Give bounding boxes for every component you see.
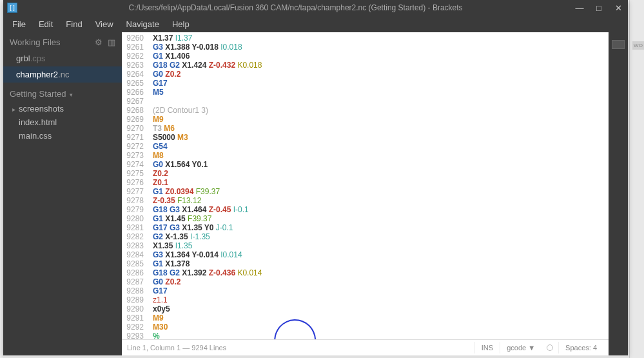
tree-label: main bbox=[19, 131, 37, 141]
line-number: 9285 bbox=[122, 259, 148, 268]
code-line[interactable]: 9282G2 X-1.35 I-1.35 bbox=[122, 232, 609, 241]
line-number: 9267 bbox=[122, 97, 148, 106]
window-controls: — □ ✕ bbox=[570, 0, 628, 15]
code-line[interactable]: 9278Z-0.35 F13.12 bbox=[122, 196, 609, 205]
code-content: G2 X-1.35 I-1.35 bbox=[148, 232, 210, 241]
code-line[interactable]: 9293% bbox=[122, 332, 609, 339]
line-number: 9292 bbox=[122, 323, 148, 332]
chevron-right-icon: ▸ bbox=[12, 106, 19, 113]
code-line[interactable]: 9265G17 bbox=[122, 79, 609, 88]
code-line[interactable]: 9280G1 X1.45 F39.37 bbox=[122, 214, 609, 223]
status-indicator-icon bbox=[547, 344, 553, 351]
live-preview-icon[interactable] bbox=[612, 40, 625, 49]
code-line[interactable]: 9273M8 bbox=[122, 151, 609, 160]
line-number: 9260 bbox=[122, 34, 148, 43]
code-line[interactable]: 9291M9 bbox=[122, 313, 609, 323]
code-line[interactable]: 9292M30 bbox=[122, 323, 609, 332]
code-line[interactable]: 9289z1.1 bbox=[122, 295, 609, 304]
line-number: 9273 bbox=[122, 151, 148, 160]
code-line[interactable]: 9288G17 bbox=[122, 286, 609, 295]
code-content: G0 Z0.2 bbox=[148, 277, 181, 286]
menu-file[interactable]: File bbox=[6, 17, 32, 31]
code-editor[interactable]: 9260X1.37 I1.379261G3 X1.388 Y-0.018 I0.… bbox=[122, 32, 609, 339]
status-ins[interactable]: INS bbox=[474, 342, 500, 353]
code-content: G3 X1.388 Y-0.018 I0.018 bbox=[148, 43, 242, 52]
code-content: G0 X1.564 Y0.1 bbox=[148, 160, 208, 169]
code-line[interactable]: 9261G3 X1.388 Y-0.018 I0.018 bbox=[122, 43, 609, 52]
code-line[interactable]: 9286G18 G2 X1.392 Z-0.436 K0.014 bbox=[122, 268, 609, 277]
line-number: 9275 bbox=[122, 169, 148, 178]
tree-screenshots[interactable]: ▸screenshots bbox=[3, 102, 122, 115]
line-number: 9288 bbox=[122, 286, 148, 295]
line-number: 9262 bbox=[122, 52, 148, 61]
code-line[interactable]: 9267 bbox=[122, 97, 609, 106]
menu-edit[interactable]: Edit bbox=[32, 17, 59, 31]
tree-main-css[interactable]: main.css bbox=[3, 129, 122, 143]
code-line[interactable]: 9263G18 G2 X1.424 Z-0.432 K0.018 bbox=[122, 61, 609, 70]
code-content: G17 bbox=[148, 79, 168, 88]
code-line[interactable]: 9276Z0.1 bbox=[122, 178, 609, 187]
working-file-champher2[interactable]: champher2.nc bbox=[3, 66, 122, 83]
code-line[interactable]: 9268(2D Contour1 3) bbox=[122, 106, 609, 115]
tree-index-html[interactable]: index.html bbox=[3, 115, 122, 129]
project-header[interactable]: Getting Started ▾ bbox=[3, 83, 122, 102]
line-number: 9264 bbox=[122, 70, 148, 79]
code-content: M9 bbox=[148, 115, 164, 124]
line-number: 9281 bbox=[122, 223, 148, 232]
split-icon[interactable]: ▥ bbox=[108, 37, 115, 47]
maximize-button[interactable]: □ bbox=[589, 0, 609, 15]
code-line[interactable]: 9281G17 G3 X1.35 Y0 J-0.1 bbox=[122, 223, 609, 232]
background-tab: WO bbox=[632, 41, 644, 50]
code-content: % bbox=[148, 332, 160, 339]
line-number: 9284 bbox=[122, 250, 148, 259]
code-line[interactable]: 9271S5000 M3 bbox=[122, 133, 609, 142]
code-line[interactable]: 9290x0y5 bbox=[122, 304, 609, 313]
status-position: Line 1, Column 1 — 9294 Lines bbox=[127, 344, 474, 352]
file-ext: .nc bbox=[58, 70, 69, 79]
code-line[interactable]: 9287G0 Z0.2 bbox=[122, 277, 609, 286]
code-line[interactable]: 9283X1.35 I1.35 bbox=[122, 241, 609, 250]
code-content: G1 Z0.0394 F39.37 bbox=[148, 187, 220, 196]
code-line[interactable]: 9274G0 X1.564 Y0.1 bbox=[122, 160, 609, 169]
statusbar: Line 1, Column 1 — 9294 Lines INS gcode … bbox=[122, 339, 609, 355]
code-content: G18 G2 X1.424 Z-0.432 K0.018 bbox=[148, 61, 262, 70]
line-number: 9287 bbox=[122, 277, 148, 286]
working-file-grbl[interactable]: grbl.cps bbox=[3, 50, 122, 66]
status-spaces[interactable]: Spaces: 4 bbox=[558, 342, 603, 353]
line-number: 9289 bbox=[122, 295, 148, 304]
code-line[interactable]: 9277G1 Z0.0394 F39.37 bbox=[122, 187, 609, 196]
code-line[interactable]: 9264G0 Z0.2 bbox=[122, 70, 609, 79]
close-button[interactable]: ✕ bbox=[609, 0, 628, 15]
code-line[interactable]: 9266M5 bbox=[122, 88, 609, 97]
status-language[interactable]: gcode ▼ bbox=[500, 342, 542, 353]
line-number: 9266 bbox=[122, 88, 148, 97]
tree-label: screenshots bbox=[19, 104, 64, 114]
gear-icon[interactable]: ⚙ bbox=[95, 37, 102, 47]
code-content: M30 bbox=[148, 323, 168, 332]
code-content: X1.37 I1.37 bbox=[148, 34, 192, 43]
code-line[interactable]: 9285G1 X1.378 bbox=[122, 259, 609, 268]
code-line[interactable]: 9279G18 G3 X1.464 Z-0.45 I-0.1 bbox=[122, 205, 609, 214]
line-number: 9280 bbox=[122, 214, 148, 223]
working-files-label: Working Files bbox=[10, 37, 61, 47]
code-line[interactable]: 9275Z0.2 bbox=[122, 169, 609, 178]
window-title: C:/Users/felip/AppData/Local/Fusion 360 … bbox=[21, 3, 570, 12]
menu-help[interactable]: Help bbox=[166, 17, 196, 31]
code-line[interactable]: 9272G54 bbox=[122, 142, 609, 151]
code-content: X1.35 I1.35 bbox=[148, 241, 192, 250]
code-line[interactable]: 9269M9 bbox=[122, 115, 609, 124]
code-content: M5 bbox=[148, 88, 164, 97]
code-line[interactable]: 9262G1 X1.406 bbox=[122, 52, 609, 61]
menu-view[interactable]: View bbox=[89, 17, 120, 31]
menu-navigate[interactable]: Navigate bbox=[120, 17, 166, 31]
line-number: 9263 bbox=[122, 61, 148, 70]
code-content: G18 G2 X1.392 Z-0.436 K0.014 bbox=[148, 268, 262, 277]
menu-find[interactable]: Find bbox=[59, 17, 88, 31]
code-line[interactable]: 9260X1.37 I1.37 bbox=[122, 34, 609, 43]
code-line[interactable]: 9284G3 X1.364 Y-0.014 I0.014 bbox=[122, 250, 609, 259]
code-content: G1 X1.378 bbox=[148, 259, 190, 268]
right-toolbar bbox=[609, 32, 628, 355]
sidebar: Working Files ⚙ ▥ grbl.cps champher2.nc … bbox=[3, 32, 122, 355]
minimize-button[interactable]: — bbox=[570, 0, 589, 15]
code-line[interactable]: 9270T3 M6 bbox=[122, 124, 609, 133]
